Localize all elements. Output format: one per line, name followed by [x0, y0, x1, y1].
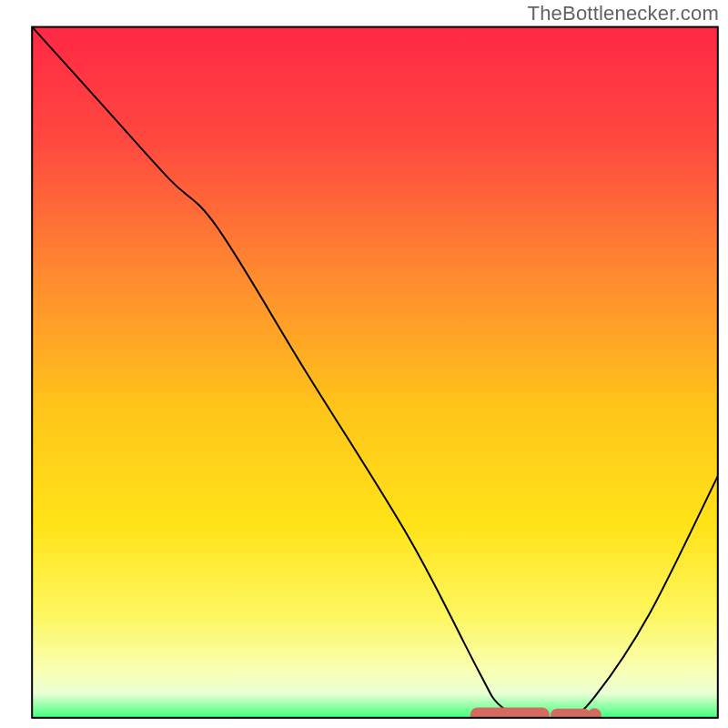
svg-point-3 — [588, 708, 602, 722]
bottleneck-marker — [478, 708, 602, 722]
chart-container: TheBottlenecker.com — [0, 0, 728, 728]
bottleneck-chart — [0, 0, 728, 728]
gradient-background — [32, 27, 718, 718]
attribution-text: TheBottlenecker.com — [528, 2, 719, 25]
